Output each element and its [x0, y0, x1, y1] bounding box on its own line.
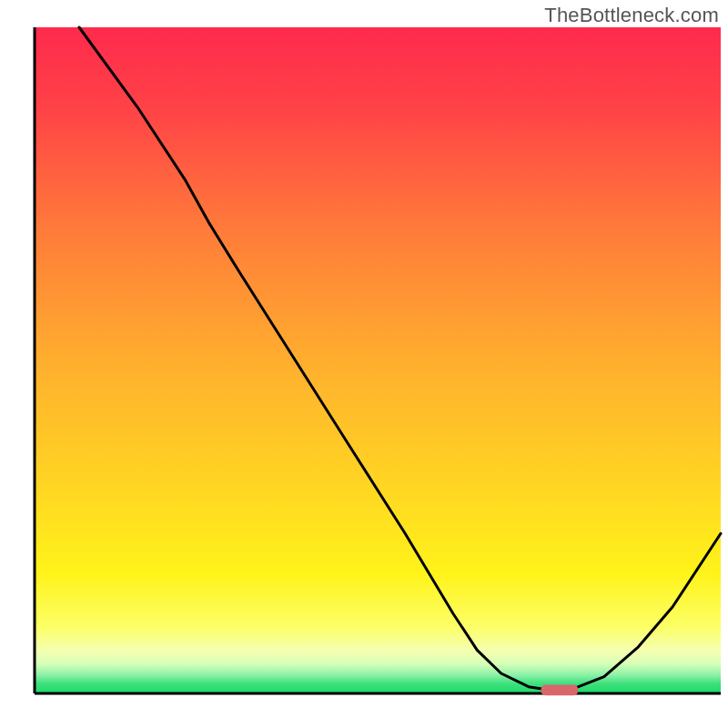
watermark: TheBottleneck.com — [544, 4, 719, 27]
bottleneck-chart — [0, 0, 728, 728]
chart-container: TheBottleneck.com — [0, 0, 728, 728]
optimal-marker — [541, 685, 579, 696]
plot-background — [35, 27, 721, 693]
